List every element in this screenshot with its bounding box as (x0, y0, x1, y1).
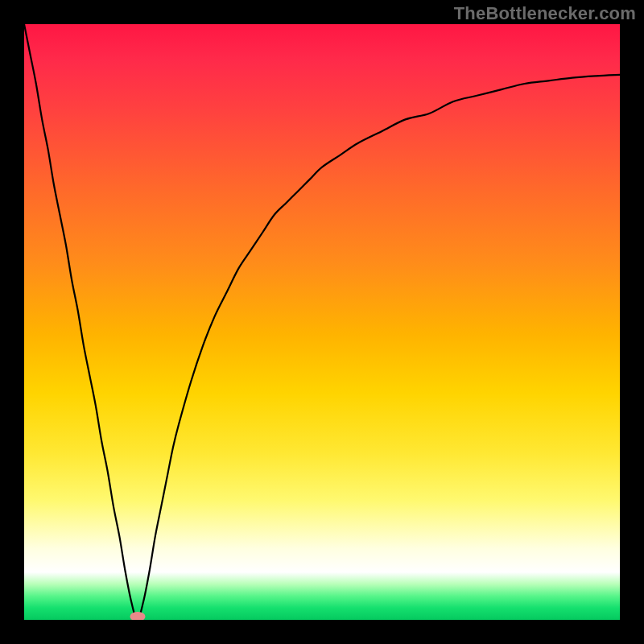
chart-frame: TheBottlenecker.com (0, 0, 644, 644)
plot-area (24, 24, 620, 620)
attribution-label: TheBottlenecker.com (454, 3, 636, 24)
bottleneck-curve (24, 24, 620, 620)
minimum-marker (130, 612, 145, 620)
